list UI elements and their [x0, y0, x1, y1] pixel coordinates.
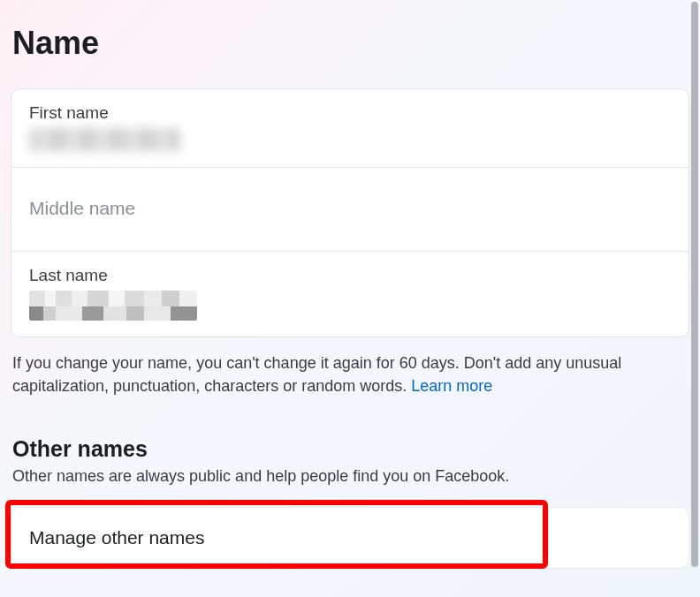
manage-other-names-label: Manage other names — [29, 527, 204, 548]
middle-name-label: Middle name — [29, 185, 671, 231]
last-name-label: Last name — [29, 266, 671, 285]
first-name-label: First name — [29, 103, 671, 123]
last-name-field[interactable]: Last name — [11, 252, 689, 336]
other-names-subtitle: Other names are always public and help p… — [12, 467, 689, 486]
scrollbar[interactable] — [691, 2, 698, 567]
first-name-field[interactable]: First name — [11, 89, 689, 168]
first-name-value — [29, 128, 179, 151]
last-name-value — [29, 291, 197, 321]
name-change-info: If you change your name, you can't chang… — [11, 351, 689, 397]
middle-name-field[interactable]: Middle name — [11, 168, 689, 252]
learn-more-link[interactable]: Learn more — [411, 377, 492, 395]
page-title: Name — [12, 25, 689, 62]
name-form-card: First name Middle name Last name — [11, 88, 689, 337]
other-names-title: Other names — [12, 436, 689, 462]
manage-other-names-button[interactable]: Manage other names — [11, 507, 689, 569]
info-text-body: If you change your name, you can't chang… — [12, 354, 621, 395]
